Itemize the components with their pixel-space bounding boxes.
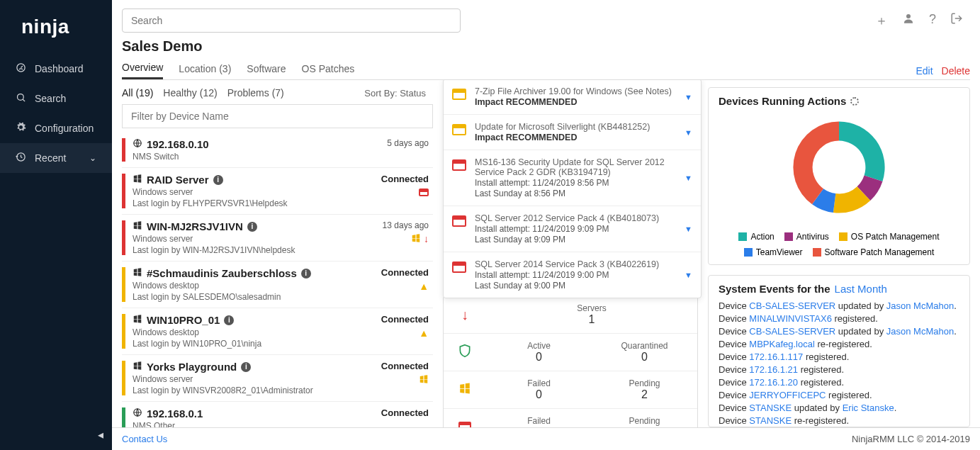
patch-last: Last Sunday at 8:56 PM	[475, 189, 676, 198]
logout-icon[interactable]	[950, 12, 963, 29]
legend-item[interactable]: Software Patch Management	[813, 247, 935, 257]
donut-slice[interactable]	[839, 121, 885, 181]
info-icon[interactable]: i	[241, 362, 251, 372]
event-link[interactable]: 172.16.1.20	[749, 377, 798, 388]
device-login: Last login by WIN10PRO_01\ninja	[133, 339, 365, 349]
legend-item[interactable]: Antivirus	[784, 232, 829, 242]
event-link[interactable]: Eric Stanske	[843, 403, 894, 413]
stat-row: ↓Servers1	[444, 296, 697, 334]
event-row: Device JERRYOFFICEPC registered.	[719, 390, 959, 400]
event-link[interactable]: CB-SALES-SERVER	[749, 300, 835, 311]
search-input[interactable]	[122, 9, 461, 33]
filter-healthy-[interactable]: Healthy (12)	[163, 87, 217, 99]
os-icon	[133, 361, 142, 373]
status-red-sq-icon	[419, 187, 429, 198]
device-row[interactable]: 192.168.0.1 NMS Other Connected	[122, 402, 433, 427]
device-row[interactable]: RAID Serveri Windows server Last login b…	[122, 168, 433, 215]
status-warn-icon: ▲	[419, 327, 429, 339]
nav-item-search[interactable]: Search	[0, 84, 112, 113]
event-link[interactable]: JERRYOFFICEPC	[749, 390, 826, 400]
tab-software[interactable]: Software	[247, 63, 286, 79]
info-icon[interactable]: i	[224, 315, 234, 325]
filter-all-[interactable]: All (19)	[122, 87, 153, 99]
device-row[interactable]: #Schmaudinis Zauberschlossi Windows desk…	[122, 261, 433, 308]
device-type: Windows server	[133, 187, 365, 197]
event-link[interactable]: STANSKE	[749, 415, 792, 426]
stat-row: Active0Quarantined0	[444, 334, 697, 371]
info-icon[interactable]: i	[247, 222, 257, 232]
device-row[interactable]: Yorks Playgroundi Windows server Last lo…	[122, 355, 433, 402]
events-period-link[interactable]: Last Month	[835, 283, 887, 295]
event-row: Device 172.16.1.117 registered.	[719, 351, 959, 362]
patch-item[interactable]: SQL Server 2014 Service Pack 3 (KB402261…	[444, 252, 701, 298]
device-type: NMS Other	[133, 421, 365, 427]
nav-item-recent[interactable]: Recent⌄	[0, 143, 112, 173]
event-link[interactable]: STANSKE	[749, 403, 792, 413]
status-indicator	[122, 267, 125, 302]
expand-icon[interactable]: ▼	[685, 174, 692, 182]
expand-icon[interactable]: ▼	[685, 128, 692, 137]
device-login: Last login by SALESDEMO\salesadmin	[133, 292, 365, 302]
tab-os-patches[interactable]: OS Patches	[302, 63, 355, 79]
expand-icon[interactable]: ▼	[685, 225, 692, 233]
patch-impact: Impact RECOMMENDED	[475, 133, 676, 142]
patch-title: SQL Server 2012 Service Pack 4 (KB401807…	[475, 213, 676, 223]
delete-link[interactable]: Delete	[942, 65, 970, 77]
info-icon[interactable]: i	[301, 269, 311, 279]
legend-item[interactable]: TeamViewer	[744, 247, 803, 257]
status-win-icon	[411, 233, 421, 245]
stat-label: Active	[486, 341, 592, 351]
device-row[interactable]: WIN10PRO_01i Windows desktop Last login …	[122, 308, 433, 355]
legend-item[interactable]: OS Patch Management	[839, 232, 940, 242]
tab-location-[interactable]: Location (3)	[179, 63, 231, 79]
device-row[interactable]: WIN-MJ2RSJV1IVNi Windows server Last log…	[122, 215, 433, 261]
event-link[interactable]: 172.16.1.117	[749, 351, 803, 362]
legend-item[interactable]: Action	[738, 232, 774, 242]
sort-by[interactable]: Sort By: Status	[364, 88, 433, 99]
event-link[interactable]: MBPKafeg.local	[749, 339, 815, 349]
edit-link[interactable]: Edit	[916, 65, 933, 77]
event-link[interactable]: CB-SALES-SERVER	[749, 326, 835, 337]
loading-spinner-icon	[850, 97, 859, 106]
device-filter-input[interactable]	[122, 104, 433, 128]
event-link[interactable]: MINALWINVISTAX6	[749, 313, 832, 324]
status-indicator	[122, 407, 125, 427]
event-row: Device MINALWINVISTAX6 registered.	[719, 313, 959, 324]
patch-item[interactable]: 7-Zip File Archiver 19.00 for Windows (S…	[444, 80, 701, 115]
help-icon[interactable]: ?	[929, 12, 936, 29]
event-link[interactable]: Jason McMahon	[886, 300, 954, 311]
expand-icon[interactable]: ▼	[685, 93, 692, 101]
device-list[interactable]: 192.168.0.10 NMS Switch 5 days ago RAID …	[122, 133, 433, 427]
sidebar-collapse-button[interactable]: ◂	[0, 420, 112, 450]
events-card: System Events for the Last Month Device …	[708, 275, 970, 427]
patch-item[interactable]: MS16-136 Security Update for SQL Server …	[444, 150, 701, 206]
nav-item-configuration[interactable]: Configuration	[0, 113, 112, 143]
patch-item[interactable]: Update for Microsoft Silverlight (KB4481…	[444, 115, 701, 150]
user-icon[interactable]	[902, 12, 915, 29]
contact-us-link[interactable]: Contact Us	[122, 434, 167, 444]
nav-item-dashboard[interactable]: Dashboard	[0, 54, 112, 84]
patch-last: Last Sunday at 9:09 PM	[475, 235, 676, 244]
stat-label: Quarantined	[592, 341, 697, 351]
os-icon	[133, 267, 142, 279]
legend-swatch	[784, 232, 793, 241]
expand-icon[interactable]: ▼	[685, 271, 692, 279]
tab-overview[interactable]: Overview	[122, 62, 163, 79]
status-down-icon: ↓	[424, 233, 429, 245]
stat-label: Pending	[592, 416, 697, 426]
device-login: Last login by WIN-MJ2RSJV1IVN\helpdesk	[133, 245, 365, 255]
patch-severity-icon	[452, 261, 466, 273]
event-link[interactable]: Jason McMahon	[886, 326, 954, 337]
event-link[interactable]: 172.16.1.21	[749, 364, 798, 375]
info-icon[interactable]: i	[213, 175, 223, 185]
gear-icon	[16, 122, 26, 135]
patch-item[interactable]: SQL Server 2012 Service Pack 4 (KB401807…	[444, 206, 701, 252]
right-column: Devices Running Actions ActionAntivirusO…	[708, 87, 970, 427]
status-warn-icon: ▲	[419, 281, 429, 292]
filter-problems-[interactable]: Problems (7)	[227, 87, 284, 99]
donut-slice[interactable]	[793, 121, 839, 204]
patch-popup: 7-Zip File Archiver 19.00 for Windows (S…	[443, 80, 702, 298]
add-icon[interactable]: ＋	[875, 12, 888, 29]
svg-point-1	[18, 94, 24, 101]
device-row[interactable]: 192.168.0.10 NMS Switch 5 days ago	[122, 133, 433, 168]
